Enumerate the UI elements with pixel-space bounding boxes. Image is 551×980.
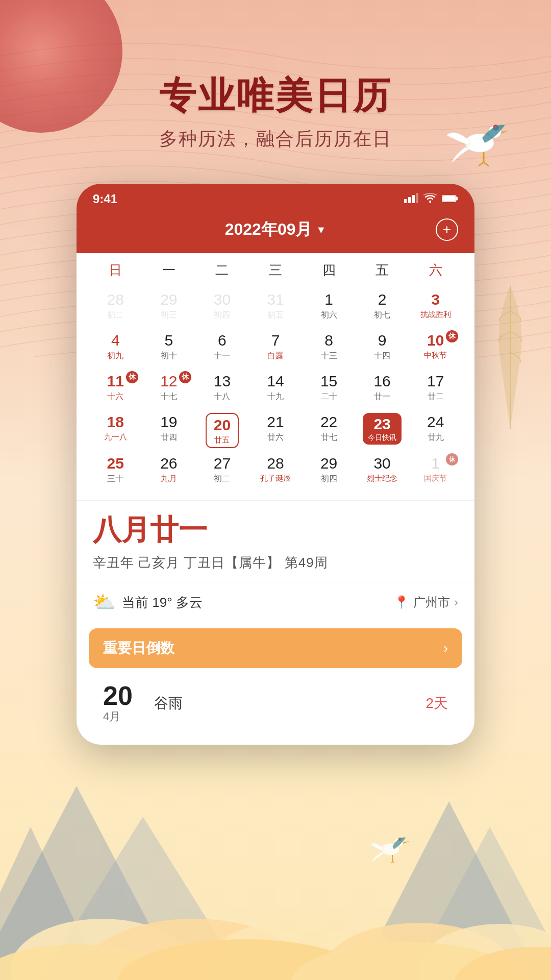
month-label: 2022年09月: [225, 218, 312, 241]
day-cell[interactable]: 25 三十: [89, 451, 142, 492]
rest-badge: 休: [126, 371, 138, 383]
day-cell[interactable]: 15 二十: [302, 369, 356, 410]
svg-rect-28: [442, 196, 456, 201]
svg-line-22: [392, 862, 396, 863]
countdown-chevron-icon: ›: [443, 640, 448, 656]
day-cell[interactable]: 26 九月: [142, 451, 196, 492]
weekday-mon: 一: [142, 257, 196, 283]
day-cell[interactable]: 13 十八: [195, 369, 249, 410]
weather-section[interactable]: ⛅ 当前 19° 多云 📍 广州市 ›: [77, 582, 474, 622]
lunar-date-display: 八月廿一: [93, 511, 458, 550]
svg-rect-25: [412, 195, 415, 203]
rest-badge: 休: [446, 330, 458, 342]
weather-icon: ⛅: [93, 592, 116, 613]
weekday-header: 日 一 二 三 四 五 六: [89, 257, 462, 283]
day-cell[interactable]: 6 十一: [195, 328, 249, 369]
days-grid: 28 初二 29 初三 30 初四 31 初五 1 初六 2 初七: [89, 287, 462, 492]
calendar-grid: 日 一 二 三 四 五 六 28 初二 29 初三 30 初四 31: [77, 253, 474, 500]
day-cell[interactable]: 7 白露: [249, 328, 303, 369]
chevron-right-icon: ›: [454, 595, 458, 609]
countdown-event-name: 谷雨: [154, 694, 415, 713]
svg-rect-23: [404, 199, 407, 203]
day-cell[interactable]: 29 初三: [142, 287, 196, 328]
day-cell[interactable]: 休 1 国庆节: [409, 451, 462, 492]
svg-rect-24: [408, 197, 411, 203]
title-area: 专业唯美日历 多种历法，融合后历历在日: [0, 71, 551, 152]
day-cell[interactable]: 3 抗战胜利: [409, 287, 462, 328]
city-name: 广州市: [413, 594, 450, 610]
svg-line-5: [479, 162, 484, 166]
day-cell[interactable]: 1 初六: [302, 287, 356, 328]
countdown-month: 4月: [103, 709, 120, 724]
day-cell[interactable]: 22 廿七: [302, 410, 356, 451]
status-bar: 9:41: [77, 184, 474, 210]
day-cell[interactable]: 休 10 中秋节: [409, 328, 462, 369]
selected-day-box: 20 廿五: [206, 413, 239, 448]
day-cell[interactable]: 31 初五: [249, 287, 303, 328]
weekday-wed: 三: [249, 257, 303, 283]
day-cell[interactable]: 休 12 十七: [142, 369, 196, 410]
today-label: 今日快讯: [368, 433, 396, 443]
countdown-title: 重要日倒数: [103, 639, 174, 658]
calendar-header: 2022年09月 ▼ +: [77, 210, 474, 253]
status-time: 9:41: [93, 192, 117, 206]
day-cell[interactable]: 28 初二: [89, 287, 142, 328]
month-title[interactable]: 2022年09月 ▼: [225, 218, 327, 241]
day-cell[interactable]: 30 初四: [195, 287, 249, 328]
weather-info: ⛅ 当前 19° 多云: [93, 592, 203, 613]
day-cell[interactable]: 4 初九: [89, 328, 142, 369]
svg-rect-26: [416, 193, 418, 203]
weekday-sat: 六: [409, 257, 462, 283]
info-section: 八月廿一 辛丑年 己亥月 丁丑日【属牛】 第49周: [77, 500, 474, 582]
weekday-fri: 五: [356, 257, 409, 283]
svg-rect-29: [456, 197, 458, 200]
battery-icon: [442, 192, 458, 206]
day-23-today[interactable]: 23 今日快讯: [356, 410, 409, 451]
wifi-icon: [423, 192, 437, 206]
day-cell[interactable]: 9 十四: [356, 328, 409, 369]
day-cell[interactable]: 24 廿九: [409, 410, 462, 451]
main-title: 专业唯美日历: [0, 71, 551, 120]
day-cell[interactable]: 28 孔子诞辰: [249, 451, 303, 492]
sub-title: 多种历法，融合后历历在日: [0, 127, 551, 152]
location-icon: 📍: [394, 595, 409, 609]
day-cell[interactable]: 5 初十: [142, 328, 196, 369]
crane-bottom-icon: [367, 827, 413, 863]
lunar-detail: 辛丑年 己亥月 丁丑日【属牛】 第49周: [93, 554, 458, 572]
rest-badge: 休: [446, 453, 458, 465]
weekday-thu: 四: [302, 257, 356, 283]
weather-temp: 当前 19° 多云: [122, 594, 203, 611]
today-box: 23 今日快讯: [363, 413, 402, 445]
add-event-button[interactable]: +: [436, 218, 458, 241]
day-cell[interactable]: 2 初七: [356, 287, 409, 328]
day-cell[interactable]: 14 十九: [249, 369, 303, 410]
signal-icon: [404, 193, 418, 206]
weekday-tue: 二: [195, 257, 249, 283]
bg-mountains: [0, 725, 551, 980]
day-cell[interactable]: 18 九一八: [89, 410, 142, 451]
countdown-day: 20: [103, 682, 133, 709]
day-cell[interactable]: 29 初四: [302, 451, 356, 492]
weather-location[interactable]: 📍 广州市 ›: [394, 594, 458, 610]
day-cell[interactable]: 17 廿二: [409, 369, 462, 410]
rest-badge: 休: [179, 371, 191, 383]
day-cell[interactable]: 19 廿四: [142, 410, 196, 451]
svg-line-21: [389, 862, 392, 863]
day-cell[interactable]: 8 十三: [302, 328, 356, 369]
countdown-days-left: 2天: [425, 694, 448, 713]
day-cell[interactable]: 27 初二: [195, 451, 249, 492]
day-cell[interactable]: 休 11 十六: [89, 369, 142, 410]
weekday-sun: 日: [89, 257, 142, 283]
day-cell[interactable]: 30 烈士纪念: [356, 451, 409, 492]
month-dropdown-icon: ▼: [316, 224, 326, 236]
day-cell[interactable]: 21 廿六: [249, 410, 303, 451]
phone-mockup: 9:41 2022年09月 ▼ + 日 一 二 三 四: [77, 184, 474, 745]
countdown-section[interactable]: 重要日倒数 ›: [89, 628, 462, 668]
svg-line-6: [484, 162, 489, 166]
status-icons: [404, 192, 458, 206]
countdown-date: 20 4月: [103, 682, 144, 724]
day-20-cell[interactable]: 20 廿五: [195, 410, 249, 451]
day-cell[interactable]: 16 廿一: [356, 369, 409, 410]
countdown-item[interactable]: 20 4月 谷雨 2天: [89, 672, 462, 734]
svg-marker-19: [403, 841, 409, 844]
